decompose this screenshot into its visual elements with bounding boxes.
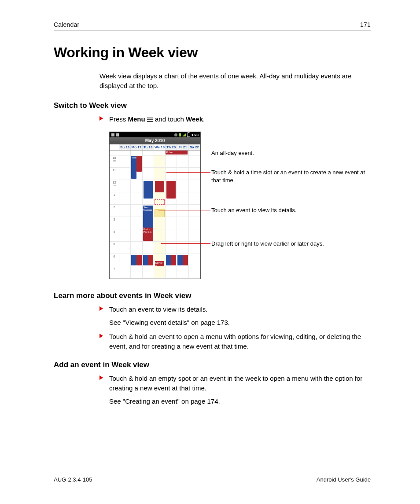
day-cell[interactable]: [177, 229, 188, 242]
gps-icon: [174, 133, 177, 136]
intro-paragraph: Week view displays a chart of the events…: [99, 71, 371, 91]
day-cell[interactable]: [143, 266, 154, 279]
event-block[interactable]: [148, 255, 153, 265]
event-block[interactable]: [136, 255, 141, 265]
selected-slot[interactable]: [155, 199, 165, 205]
time-label: 2: [110, 205, 119, 217]
day-cell[interactable]: [166, 192, 177, 205]
t: Press: [109, 115, 128, 123]
day-cell[interactable]: [189, 205, 200, 217]
day-cell[interactable]: [119, 229, 131, 242]
day-cell[interactable]: [177, 217, 188, 229]
event-block[interactable]: [171, 255, 176, 265]
day-cell[interactable]: [154, 217, 166, 229]
time-label: 6: [110, 254, 119, 266]
day-cell[interactable]: [166, 205, 177, 217]
day-cell[interactable]: [143, 168, 154, 180]
day-cell[interactable]: [189, 168, 200, 180]
status-icon: [111, 133, 114, 136]
event-block[interactable]: [143, 255, 148, 265]
day-cell[interactable]: [166, 217, 177, 229]
day-cell[interactable]: [131, 254, 142, 266]
day-cell[interactable]: [154, 180, 166, 192]
bullet-sub: See "Creating an event" on page 174.: [109, 397, 371, 406]
phone-grid[interactable]: 10amMeeting1112pm12Team Meeting3Erick-Pa…: [110, 155, 200, 279]
bars-icon: [179, 133, 181, 136]
t: and touch: [153, 115, 186, 123]
day-cell[interactable]: [177, 155, 188, 168]
day-cell[interactable]: [189, 192, 200, 205]
day-cell[interactable]: [154, 205, 166, 217]
day-cell[interactable]: [143, 180, 154, 192]
day-cell[interactable]: [131, 266, 142, 279]
day-cell[interactable]: [177, 168, 188, 180]
day-cell[interactable]: [143, 242, 154, 254]
time-label: 5: [110, 242, 119, 254]
figure-row: 1:23 May 2010 Su 16 Mo 17 Tu 18 We 19 Th…: [109, 132, 371, 279]
time-label: 3: [110, 217, 119, 229]
day-cell[interactable]: [131, 168, 142, 180]
day-cell[interactable]: [131, 180, 142, 192]
day-cell[interactable]: [143, 155, 154, 168]
event-block[interactable]: [183, 255, 188, 265]
day-cell[interactable]: Meeting: [131, 155, 142, 168]
day-cell[interactable]: [166, 155, 177, 168]
day-cell[interactable]: [189, 229, 200, 242]
day-cell[interactable]: [166, 266, 177, 279]
day-cell[interactable]: [119, 192, 131, 205]
bullet-text: Touch & hold an empty spot or an event i…: [109, 375, 362, 392]
event-block[interactable]: [166, 255, 171, 265]
event-block[interactable]: [177, 255, 182, 265]
day-cell[interactable]: [119, 205, 131, 217]
signal-icon: [182, 133, 186, 136]
day-cell[interactable]: [177, 205, 188, 217]
day-cell[interactable]: [119, 242, 131, 254]
day-cell[interactable]: [166, 254, 177, 266]
day-cell[interactable]: [119, 155, 131, 168]
event-block[interactable]: [131, 255, 136, 265]
day-cell[interactable]: [119, 180, 131, 192]
day-cell[interactable]: [154, 168, 166, 180]
day-cell[interactable]: [131, 205, 142, 217]
time-label: 4: [110, 229, 119, 242]
header-rule: [54, 30, 371, 30]
day-cell[interactable]: [166, 168, 177, 180]
day-cell[interactable]: [189, 266, 200, 279]
day-cell[interactable]: [119, 254, 131, 266]
day-cell[interactable]: [119, 217, 131, 229]
day-cell[interactable]: [154, 155, 166, 168]
day-cell[interactable]: [119, 168, 131, 180]
day-cell[interactable]: [177, 180, 188, 192]
day-head-today: We 19: [154, 144, 166, 150]
day-cell[interactable]: Team Meeting: [143, 205, 154, 217]
day-cell[interactable]: [189, 155, 200, 168]
day-cell[interactable]: [154, 266, 166, 279]
t: .: [203, 115, 205, 123]
day-cell[interactable]: [131, 242, 142, 254]
day-cell[interactable]: [119, 266, 131, 279]
status-icon: [116, 133, 119, 136]
day-cell[interactable]: Erick-Paz 1:1: [143, 217, 154, 229]
switch-bullet-text: Press Menu and touch Week.: [109, 114, 371, 124]
day-cell[interactable]: [131, 217, 142, 229]
day-cell[interactable]: [189, 217, 200, 229]
day-cell[interactable]: [177, 266, 188, 279]
day-cell[interactable]: [143, 254, 154, 266]
day-cell[interactable]: [177, 192, 188, 205]
day-cell[interactable]: [154, 192, 166, 205]
day-cell[interactable]: [143, 229, 154, 242]
day-cell[interactable]: [189, 254, 200, 266]
section-add-title: Add an event in Week view: [54, 361, 371, 369]
day-cell[interactable]: [131, 229, 142, 242]
day-cell[interactable]: [131, 192, 142, 205]
callout-touch: Touch an event to view its details.: [211, 206, 371, 214]
day-cell[interactable]: [166, 180, 177, 192]
day-cell[interactable]: [166, 229, 177, 242]
day-cell[interactable]: [154, 229, 166, 242]
day-cell[interactable]: [143, 192, 154, 205]
day-cell[interactable]: [189, 180, 200, 192]
time-label: 10am: [110, 155, 119, 168]
day-cell[interactable]: Dinner at Caroly: [154, 254, 166, 266]
header-section: Calendar: [54, 21, 79, 28]
day-cell[interactable]: [177, 254, 188, 266]
